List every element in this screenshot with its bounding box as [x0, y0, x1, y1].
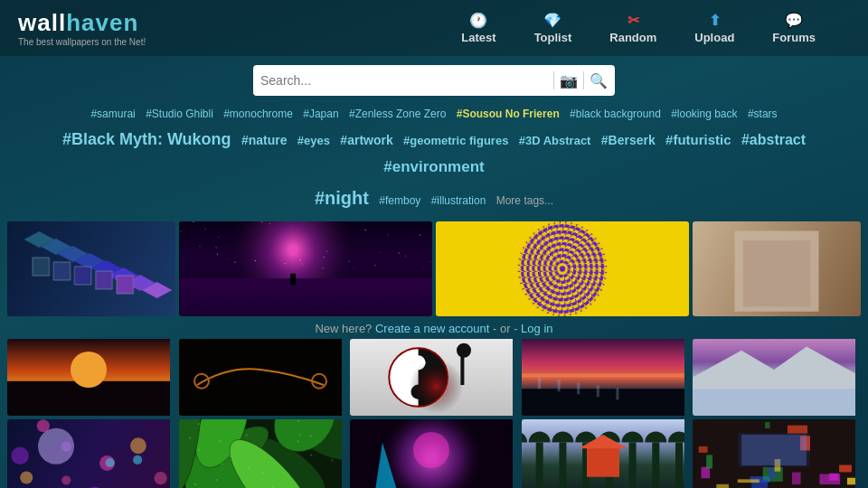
nav-random-label: Random	[609, 31, 656, 44]
nav-latest-label: Latest	[461, 31, 495, 44]
search-icon[interactable]: 🔍	[590, 72, 608, 89]
tag-eyes[interactable]: #eyes	[297, 134, 330, 147]
scissors-icon: ✂	[627, 12, 639, 29]
new-here-text: New here?	[315, 322, 374, 335]
tag-geom-figures[interactable]: #geometric figures	[403, 134, 508, 147]
upload-icon: ⬆	[709, 12, 721, 29]
search-input[interactable]	[260, 73, 548, 88]
gallery-row-1	[0, 221, 868, 316]
thumb-6[interactable]	[179, 339, 347, 416]
tag-stars[interactable]: #stars	[748, 108, 778, 120]
thumb-12[interactable]	[350, 419, 518, 488]
site-logo[interactable]: wallhaven The best wallpapers on the Net…	[18, 9, 146, 47]
nav-forums[interactable]: 💬 Forums	[756, 6, 832, 50]
tag-zenless[interactable]: #Zenless Zone Zero	[349, 108, 446, 120]
thumb-14[interactable]	[693, 419, 861, 488]
logo-title: wallhaven	[18, 9, 146, 37]
tag-samurai[interactable]: #samurai	[90, 108, 135, 120]
nav-toplist[interactable]: 💎 Toplist	[518, 6, 589, 50]
tag-monochrome[interactable]: #monochrome	[223, 108, 293, 120]
tag-more[interactable]: More tags...	[496, 194, 553, 207]
chat-icon: 💬	[785, 12, 803, 29]
thumb-1[interactable]	[7, 221, 175, 316]
clock-icon: 🕐	[469, 12, 487, 29]
search-bar: 📷 🔍	[0, 56, 868, 101]
new-here-banner: New here? Create a new account - or - Lo…	[0, 322, 868, 335]
tag-berserk[interactable]: #Berserk	[601, 133, 656, 147]
tag-abstract[interactable]: #abstract	[741, 132, 806, 147]
thumb-8[interactable]	[522, 339, 690, 416]
thumb-10[interactable]	[7, 419, 175, 488]
nav-toplist-label: Toplist	[534, 31, 572, 44]
nav-latest[interactable]: 🕐 Latest	[445, 6, 512, 50]
thumb-9[interactable]	[693, 339, 861, 416]
tag-studio-ghibli[interactable]: #Studio Ghibli	[146, 108, 213, 120]
tag-artwork[interactable]: #artwork	[340, 133, 392, 147]
or-text: - or -	[493, 322, 521, 335]
tag-japan[interactable]: #Japan	[303, 108, 338, 120]
gallery-row-3	[0, 419, 868, 488]
tag-illustration[interactable]: #illustration	[431, 194, 486, 207]
search-divider	[553, 71, 554, 89]
tag-futuristic[interactable]: #futuristic	[665, 132, 731, 147]
tag-black-bg[interactable]: #black background	[570, 108, 661, 120]
nav-forums-label: Forums	[772, 31, 816, 44]
camera-icon[interactable]: 📷	[560, 72, 578, 89]
thumb-2[interactable]	[179, 221, 432, 316]
tag-sousou[interactable]: #Sousou No Frieren	[457, 108, 560, 120]
site-header: wallhaven The best wallpapers on the Net…	[0, 0, 868, 56]
thumb-3[interactable]	[436, 221, 689, 316]
tag-nature[interactable]: #nature	[241, 133, 288, 147]
thumb-7[interactable]	[350, 339, 518, 416]
tag-black-myth[interactable]: #Black Myth: Wukong	[62, 130, 231, 148]
tag-looking-back[interactable]: #looking back	[671, 108, 737, 120]
search-divider2	[583, 71, 584, 89]
nav-upload[interactable]: ⬆ Upload	[678, 6, 750, 50]
nav-random[interactable]: ✂ Random	[593, 6, 673, 50]
tag-3d-abstract[interactable]: #3D Abstract	[519, 134, 591, 147]
thumb-11[interactable]	[179, 419, 347, 488]
login-link[interactable]: Log in	[521, 322, 552, 335]
thumb-4[interactable]	[693, 221, 861, 316]
thumb-13[interactable]	[522, 419, 690, 488]
nav-upload-label: Upload	[694, 31, 734, 44]
tag-femboy[interactable]: #femboy	[379, 194, 420, 207]
tags-area: #samurai #Studio Ghibli #monochrome #Jap…	[0, 101, 868, 216]
main-nav: 🕐 Latest 💎 Toplist ✂ Random ⬆ Upload 💬 F…	[445, 6, 832, 50]
create-account-link[interactable]: Create a new account	[375, 322, 489, 335]
tag-night[interactable]: #night	[315, 188, 369, 208]
search-wrap: 📷 🔍	[253, 65, 615, 96]
tag-environment[interactable]: #environment	[383, 158, 484, 175]
gallery-row-2	[0, 339, 868, 416]
diamond-icon: 💎	[543, 12, 561, 29]
logo-subtitle: The best wallpapers on the Net!	[18, 37, 146, 47]
thumb-5[interactable]	[7, 339, 175, 416]
